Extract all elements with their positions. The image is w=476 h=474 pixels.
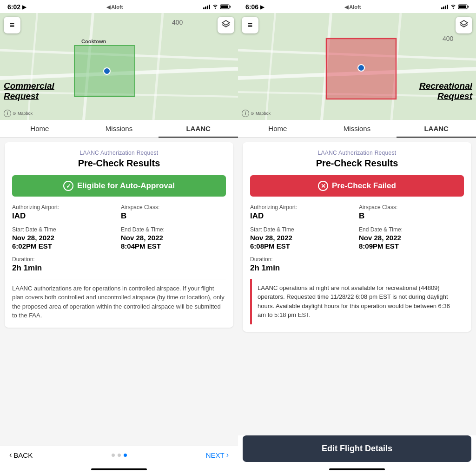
status-icons-right bbox=[441, 4, 469, 10]
status-banner-left: ✓ Eligible for Auto-Approval bbox=[12, 175, 226, 197]
menu-button-right[interactable]: ≡ bbox=[242, 17, 258, 33]
mapbox-marker-right: ⊙ bbox=[251, 111, 254, 116]
start-label-left: Start Date & Time bbox=[12, 226, 117, 233]
mapbox-logo-right: i ⊙ Mapbox bbox=[242, 110, 271, 117]
svg-text:Cooktown: Cooktown bbox=[81, 39, 106, 44]
end-value-left: Nov 28, 20228:04PM EST bbox=[121, 234, 226, 250]
warning-box-right: LAANC operations at night are not availa… bbox=[250, 279, 464, 324]
layers-button-left[interactable] bbox=[218, 17, 234, 33]
battery-icon-left bbox=[220, 4, 231, 10]
airspace-value-right: B bbox=[359, 211, 464, 221]
banner-text-right: Pre-Check Failed bbox=[332, 181, 396, 191]
start-item-right: Start Date & Time Nov 28, 20226:08PM EST bbox=[250, 226, 355, 250]
end-label-left: End Date & Time: bbox=[121, 226, 226, 233]
start-value-right: Nov 28, 20226:08PM EST bbox=[250, 234, 355, 250]
end-label-right: End Date & Time: bbox=[359, 226, 464, 233]
mapbox-marker-left: ⊙ bbox=[13, 111, 16, 116]
right-phone: 6:06 ▶ ◀ Aloft bbox=[238, 0, 476, 474]
next-chevron-left: › bbox=[226, 451, 229, 459]
card-left: LAANC Authorization Request Pre-Check Re… bbox=[5, 142, 233, 328]
tab-home-left[interactable]: Home bbox=[0, 120, 79, 137]
home-indicator-right bbox=[329, 468, 385, 470]
tab-laanc-left[interactable]: LAANC bbox=[159, 120, 238, 137]
content-right: LAANC Authorization Request Pre-Check Re… bbox=[238, 138, 476, 435]
airspace-label-left: Airspace Class: bbox=[121, 204, 226, 211]
tab-laanc-right[interactable]: LAANC bbox=[397, 120, 476, 137]
map-left: 400 Cooktown ≡ Commercial Request i ⊙ Ma… bbox=[0, 13, 238, 120]
nav-tabs-left: Home Missions LAANC bbox=[0, 120, 238, 138]
banner-text-left: Eligible for Auto-Approval bbox=[77, 181, 175, 191]
layers-icon-left bbox=[221, 20, 231, 31]
tab-home-right[interactable]: Home bbox=[238, 120, 317, 137]
status-bar-right: 6:06 ▶ ◀ Aloft bbox=[238, 0, 476, 13]
aloft-back-left[interactable]: ◀ Aloft bbox=[106, 4, 123, 10]
airspace-label-right: Airspace Class: bbox=[359, 204, 464, 211]
card-subtitle-right: LAANC Authorization Request bbox=[250, 150, 464, 156]
content-left: LAANC Authorization Request Pre-Check Re… bbox=[0, 138, 238, 446]
start-item-left: Start Date & Time Nov 28, 20226:02PM EST bbox=[12, 226, 117, 250]
svg-point-26 bbox=[358, 65, 364, 71]
status-time-right: 6:06 bbox=[245, 3, 258, 11]
airspace-item-right: Airspace Class: B bbox=[359, 204, 464, 221]
back-chevron-left: ‹ bbox=[9, 451, 12, 459]
next-button-left[interactable]: NEXT › bbox=[206, 451, 229, 459]
svg-rect-1 bbox=[221, 5, 228, 8]
duration-value-right: 2h 1min bbox=[250, 263, 355, 273]
svg-text:400: 400 bbox=[443, 35, 454, 42]
start-label-right: Start Date & Time bbox=[250, 226, 355, 233]
airport-label-left: Authorizing Airport: bbox=[12, 204, 117, 211]
signal-icon-left bbox=[203, 5, 210, 9]
wifi-icon-right bbox=[450, 4, 456, 10]
info-text-left: LAANC authorizations are for operations … bbox=[12, 279, 226, 320]
layers-button-right[interactable] bbox=[456, 17, 472, 33]
duration-label-left: Duration: bbox=[12, 256, 117, 263]
layers-icon-right bbox=[459, 20, 469, 31]
tab-missions-left[interactable]: Missions bbox=[79, 120, 159, 137]
aloft-back-right[interactable]: ◀ Aloft bbox=[344, 4, 361, 10]
dot-2-left bbox=[118, 454, 121, 457]
edit-flight-button[interactable]: Edit Flight Details bbox=[243, 435, 471, 462]
warning-text-right: LAANC operations at night are not availa… bbox=[258, 283, 458, 320]
card-subtitle-left: LAANC Authorization Request bbox=[12, 150, 226, 156]
status-time-left: 6:02 bbox=[7, 3, 20, 11]
back-button-left[interactable]: ‹ BACK bbox=[9, 451, 33, 459]
svg-point-11 bbox=[104, 68, 110, 74]
banner-icon-left: ✓ bbox=[63, 181, 73, 191]
status-icons-left bbox=[203, 4, 231, 10]
duration-item-right: Duration: 2h 1min bbox=[250, 256, 355, 273]
svg-marker-28 bbox=[460, 20, 468, 25]
airport-label-right: Authorizing Airport: bbox=[250, 204, 355, 211]
banner-icon-right: ✕ bbox=[318, 181, 328, 191]
wifi-icon-left bbox=[212, 4, 218, 10]
card-title-right: Pre-Check Results bbox=[250, 158, 464, 169]
svg-rect-2 bbox=[230, 6, 231, 7]
nav-tabs-right: Home Missions LAANC bbox=[238, 120, 476, 138]
location-icon-right: ▶ bbox=[260, 4, 264, 10]
tab-missions-right[interactable]: Missions bbox=[317, 120, 397, 137]
map-title-left: Commercial Request bbox=[4, 81, 54, 101]
menu-button-left[interactable]: ≡ bbox=[4, 17, 20, 33]
status-bar-left: 6:02 ▶ ◀ Aloft bbox=[0, 0, 238, 13]
menu-icon-right: ≡ bbox=[248, 20, 253, 30]
airport-value-right: IAD bbox=[250, 211, 355, 221]
map-right: 400 ≡ Recreational Request i ⊙ Mapbox bbox=[238, 13, 476, 120]
start-value-left: Nov 28, 20226:02PM EST bbox=[12, 234, 117, 250]
end-value-right: Nov 28, 20228:09PM EST bbox=[359, 234, 464, 250]
svg-marker-14 bbox=[222, 20, 230, 25]
airspace-item-left: Airspace Class: B bbox=[121, 204, 226, 221]
card-title-left: Pre-Check Results bbox=[12, 158, 226, 169]
airport-item-left: Authorizing Airport: IAD bbox=[12, 204, 117, 221]
svg-rect-17 bbox=[468, 6, 469, 7]
end-item-left: End Date & Time: Nov 28, 20228:04PM EST bbox=[121, 226, 226, 250]
svg-rect-16 bbox=[459, 5, 466, 8]
left-phone: 6:02 ▶ ◀ Aloft bbox=[0, 0, 238, 474]
home-indicator-left bbox=[91, 468, 147, 470]
details-grid-right: Authorizing Airport: IAD Airspace Class:… bbox=[250, 204, 464, 273]
end-item-right: End Date & Time: Nov 28, 20228:09PM EST bbox=[359, 226, 464, 250]
duration-value-left: 2h 1min bbox=[12, 263, 117, 273]
battery-icon-right bbox=[458, 4, 469, 10]
details-grid-left: Authorizing Airport: IAD Airspace Class:… bbox=[12, 204, 226, 273]
status-banner-right: ✕ Pre-Check Failed bbox=[250, 175, 464, 197]
info-icon-left: i bbox=[4, 110, 11, 117]
bottom-nav-left: ‹ BACK NEXT › bbox=[0, 446, 238, 467]
